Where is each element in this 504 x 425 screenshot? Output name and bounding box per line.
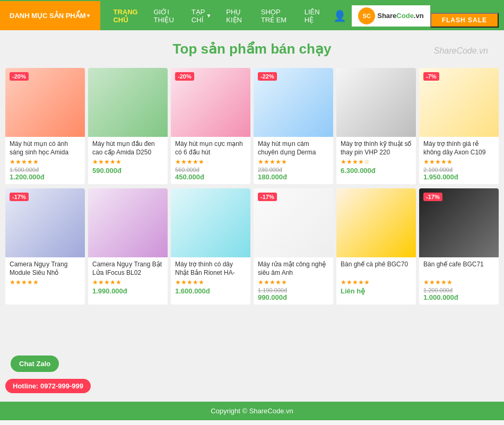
- price-new: 990.000đ: [258, 293, 329, 301]
- product-info: Máy hút mụn có ánh sáng sinh học Amida ★…: [5, 137, 85, 184]
- discount-badge: -7%: [423, 72, 439, 81]
- price-new: 1.990.000đ: [92, 287, 163, 295]
- price-contact: Liên hệ: [341, 287, 412, 295]
- discount-badge: -17%: [423, 193, 442, 201]
- product-name: Máy trợ thính giá rẻ không dây Axon C109: [423, 140, 494, 157]
- discount-badge: -20%: [10, 72, 29, 81]
- price-new: 590.000đ: [92, 167, 163, 175]
- product-info: Bàn ghế cà phê BGC70 ★★★★★ Liên hệ: [336, 257, 416, 298]
- page-content: ShareCode.vn Top sản phẩm bán chạy -20% …: [0, 30, 504, 402]
- product-stars: ★★★★☆: [341, 158, 412, 166]
- product-card[interactable]: -7% Máy trợ thính giá rẻ không dây Axon …: [419, 68, 499, 184]
- discount-badge: -17%: [10, 193, 29, 201]
- product-stars: ★★★★★: [92, 279, 163, 286]
- product-name: Máy hút mụn có ánh sáng sinh học Amida: [10, 140, 81, 157]
- product-name: Máy hút mụn cám chuyên dụng Derma: [258, 140, 329, 157]
- top-bar: DANH MỤC SẢN PHẨM TRANG CHỦ GIỚI THIỆU T…: [0, 0, 504, 30]
- product-stars: ★★★★★: [175, 158, 246, 166]
- product-name: Bàn ghế cafe BGC71: [423, 261, 494, 277]
- product-name: Máy hút mụn cực mạnh có 6 đầu hút: [175, 140, 246, 157]
- product-stars: ★★★★★: [341, 279, 412, 286]
- price-old: 1.500.000đ: [10, 167, 81, 173]
- price-new: 450.000đ: [175, 173, 246, 181]
- product-info: Máy rửa mặt công nghệ siêu âm Anh ★★★★★ …: [254, 257, 333, 305]
- product-grid-row1: -20% Máy hút mụn có ánh sáng sinh học Am…: [5, 68, 499, 184]
- price-new: 180.000đ: [258, 173, 329, 181]
- hotline-button[interactable]: Hotline: 0972-999-999: [5, 379, 91, 393]
- price-old: 1.190.000đ: [258, 287, 329, 293]
- discount-badge: -17%: [258, 193, 277, 201]
- price-old: 2.100.000đ: [423, 167, 494, 173]
- product-image: [336, 188, 416, 257]
- product-info: Máy trợ thính kỹ thuật số thay pin VHP 2…: [336, 137, 416, 178]
- sharecode-logo: SC ShareCode.vn: [352, 5, 430, 27]
- product-info: Máy trợ thính có dây Nhật Bản Rionet HA-…: [171, 257, 250, 298]
- product-stars: ★★★★★: [175, 279, 246, 286]
- price-new: 1.000.000đ: [423, 293, 494, 301]
- product-info: Bàn ghế cafe BGC71 ★★★★★ 1.200.000đ 1.00…: [419, 257, 499, 305]
- nav-lien-he[interactable]: LIÊN HỆ: [297, 1, 328, 30]
- product-card[interactable]: -17% Camera Ngụy Trang Module Siêu Nhỏ ★…: [5, 188, 85, 305]
- product-card[interactable]: Máy trợ thính có dây Nhật Bản Rionet HA-…: [171, 188, 250, 305]
- product-stars: ★★★★★: [10, 279, 81, 286]
- chat-zalo-button[interactable]: Chat Zalo: [11, 355, 59, 372]
- discount-badge: -22%: [258, 72, 277, 81]
- product-info: Máy hút mụn cực mạnh có 6 đầu hút ★★★★★ …: [171, 137, 250, 184]
- product-name: Máy trợ thính kỹ thuật số thay pin VHP 2…: [341, 140, 412, 157]
- flash-sale-button[interactable]: FLASH SALE: [430, 13, 499, 28]
- product-card[interactable]: Camera Ngụy Trang Bật Lửa IFocus BL02 ★★…: [88, 188, 168, 305]
- nav-menu: TRANG CHỦ GIỚI THIỆU TẠP CHÍ PHỤ KIỆN SH…: [100, 1, 328, 30]
- product-name: Camera Ngụy Trang Module Siêu Nhỏ: [10, 261, 81, 277]
- product-name: Camera Ngụy Trang Bật Lửa IFocus BL02: [92, 261, 163, 277]
- product-image: [88, 68, 168, 137]
- price-new: 6.300.000đ: [341, 167, 412, 175]
- sc-logo-icon: SC: [358, 7, 375, 24]
- product-card[interactable]: -17% Bàn ghế cafe BGC71 ★★★★★ 1.200.000đ…: [419, 188, 499, 305]
- product-grid-row2: -17% Camera Ngụy Trang Module Siêu Nhỏ ★…: [5, 188, 499, 305]
- product-name: Máy trợ thính có dây Nhật Bản Rionet HA-: [175, 261, 246, 277]
- product-name: Máy hút mụn đầu đen cao cấp Amida D250: [92, 140, 163, 157]
- product-info: Máy hút mụn cám chuyên dụng Derma ★★★★★ …: [254, 137, 333, 184]
- product-card[interactable]: -22% Máy hút mụn cám chuyên dụng Derma ★…: [254, 68, 333, 184]
- nav-tap-chi[interactable]: TẠP CHÍ: [184, 1, 219, 30]
- footer: Copyright © ShareCode.vn: [0, 402, 504, 420]
- product-image: [171, 188, 250, 257]
- product-card[interactable]: -20% Máy hút mụn cực mạnh có 6 đầu hút ★…: [171, 68, 250, 184]
- product-card[interactable]: -17% Máy rửa mặt công nghệ siêu âm Anh ★…: [254, 188, 333, 305]
- nav-phu-kien[interactable]: PHỤ KIỆN: [219, 1, 253, 30]
- product-name: Bàn ghế cà phê BGC70: [341, 261, 412, 277]
- product-image: [336, 68, 416, 137]
- nav-trang-chu[interactable]: TRANG CHỦ: [106, 1, 146, 30]
- product-card[interactable]: Máy trợ thính kỹ thuật số thay pin VHP 2…: [336, 68, 416, 184]
- price-old: 1.200.000đ: [423, 287, 494, 293]
- discount-badge: -20%: [175, 72, 194, 81]
- product-info: Camera Ngụy Trang Bật Lửa IFocus BL02 ★★…: [88, 257, 168, 298]
- product-stars: ★★★★★: [92, 158, 163, 166]
- section-title: Top sản phẩm bán chạy: [5, 41, 499, 57]
- price-new: 1.600.000đ: [175, 287, 246, 295]
- product-stars: ★★★★★: [423, 279, 494, 286]
- product-info: Camera Ngụy Trang Module Siêu Nhỏ ★★★★★: [5, 257, 85, 290]
- product-card[interactable]: Máy hút mụn đầu đen cao cấp Amida D250 ★…: [88, 68, 168, 184]
- product-stars: ★★★★★: [258, 158, 329, 166]
- sc-brand-text: ShareCode.vn: [377, 12, 423, 20]
- product-card[interactable]: -20% Máy hút mụn có ánh sáng sinh học Am…: [5, 68, 85, 184]
- product-info: Máy trợ thính giá rẻ không dây Axon C109…: [419, 137, 499, 184]
- product-stars: ★★★★★: [10, 158, 81, 166]
- product-info: Máy hút mụn đầu đen cao cấp Amida D250 ★…: [88, 137, 168, 178]
- nav-gioi-thieu[interactable]: GIỚI THIỆU: [146, 1, 184, 30]
- product-name: Máy rửa mặt công nghệ siêu âm Anh: [258, 261, 329, 277]
- product-stars: ★★★★★: [423, 158, 494, 166]
- product-card[interactable]: Bàn ghế cà phê BGC70 ★★★★★ Liên hệ: [336, 188, 416, 305]
- nav-shop-tre-em[interactable]: SHOP TRẺ EM: [254, 1, 297, 30]
- danh-muc-button[interactable]: DANH MỤC SẢN PHẨM: [0, 1, 100, 30]
- price-old: 230.000đ: [258, 167, 329, 173]
- product-stars: ★★★★★: [258, 279, 329, 286]
- price-new: 1.950.000đ: [423, 173, 494, 181]
- user-icon[interactable]: 👤: [328, 10, 352, 22]
- price-new: 1.200.000đ: [10, 173, 81, 181]
- price-old: 560.000đ: [175, 167, 246, 173]
- product-image: [88, 188, 168, 257]
- watermark: ShareCode.vn: [434, 46, 488, 56]
